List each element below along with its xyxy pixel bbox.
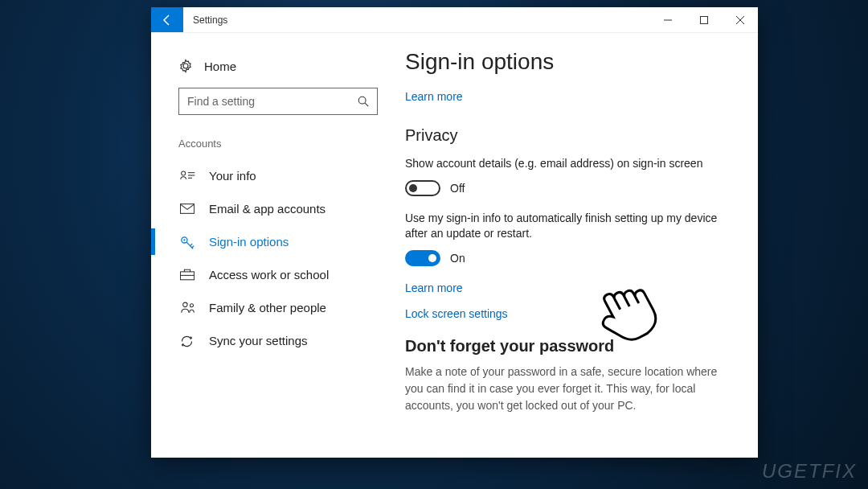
window-controls xyxy=(649,7,758,32)
privacy-setting2-desc: Use my sign-in info to automatically fin… xyxy=(405,211,732,242)
privacy-setting1-toggle[interactable] xyxy=(405,180,440,196)
svg-point-6 xyxy=(182,171,186,175)
sidebar-item-label: Sign-in options xyxy=(209,235,289,249)
mail-icon xyxy=(180,203,194,216)
privacy-setting2-toggle[interactable] xyxy=(405,250,440,266)
privacy-section-title: Privacy xyxy=(405,126,732,145)
people-icon xyxy=(180,302,194,314)
titlebar: Settings xyxy=(151,7,758,33)
svg-line-15 xyxy=(192,245,194,247)
minimize-button[interactable] xyxy=(649,7,686,32)
sidebar-item-label: Access work or school xyxy=(209,268,329,281)
sidebar-item-label: Family & other people xyxy=(209,301,326,314)
search-input[interactable] xyxy=(187,95,358,108)
sidebar-item-email-accounts[interactable]: Email & app accounts xyxy=(178,192,378,225)
close-icon xyxy=(736,16,744,24)
password-section-title: Don't forget your password xyxy=(405,337,732,355)
sidebar-item-label: Sync your settings xyxy=(209,334,308,347)
minimize-icon xyxy=(664,16,672,24)
lock-screen-settings-link[interactable]: Lock screen settings xyxy=(405,307,508,320)
search-icon xyxy=(358,96,369,107)
page-title: Sign-in options xyxy=(405,49,732,75)
sync-icon xyxy=(180,335,194,347)
svg-point-18 xyxy=(183,302,187,306)
gear-icon xyxy=(178,59,193,73)
sidebar-item-label: Email & app accounts xyxy=(209,202,326,216)
learn-more-link-bottom[interactable]: Learn more xyxy=(405,281,463,294)
arrow-left-icon xyxy=(161,14,174,27)
sidebar-item-work-school[interactable]: Access work or school xyxy=(178,258,378,291)
key-icon xyxy=(180,236,194,249)
svg-rect-1 xyxy=(700,16,707,23)
svg-point-19 xyxy=(190,303,194,306)
watermark: UGETFIX xyxy=(762,460,857,483)
privacy-setting2-toggle-row: On xyxy=(405,250,732,266)
maximize-button[interactable] xyxy=(686,7,722,32)
person-card-icon xyxy=(180,170,194,183)
privacy-setting2-state: On xyxy=(450,252,465,265)
content-pane: Sign-in options Learn more Privacy Show … xyxy=(392,33,758,458)
password-section-desc: Make a note of your password in a safe, … xyxy=(405,364,732,414)
back-button[interactable] xyxy=(151,7,183,32)
sidebar-item-signin-options[interactable]: Sign-in options xyxy=(178,225,378,258)
privacy-setting1-toggle-row: Off xyxy=(405,180,732,196)
svg-point-12 xyxy=(183,239,185,240)
settings-window: Settings Home xyxy=(151,7,758,458)
learn-more-link-top[interactable]: Learn more xyxy=(405,90,463,103)
window-title: Settings xyxy=(183,7,237,32)
sidebar-home-label: Home xyxy=(204,60,236,73)
sidebar-item-label: Your info xyxy=(209,169,256,183)
window-body: Home Accounts Your info xyxy=(151,33,758,458)
sidebar-home[interactable]: Home xyxy=(178,47,378,88)
sidebar: Home Accounts Your info xyxy=(151,33,392,458)
briefcase-icon xyxy=(180,269,194,281)
svg-line-14 xyxy=(190,243,193,245)
svg-line-5 xyxy=(365,103,368,106)
search-box[interactable] xyxy=(178,88,378,115)
close-button[interactable] xyxy=(722,7,758,32)
privacy-setting1-state: Off xyxy=(450,182,465,195)
svg-point-4 xyxy=(358,97,366,104)
sidebar-item-sync[interactable]: Sync your settings xyxy=(178,324,378,357)
privacy-setting1-desc: Show account details (e.g. email address… xyxy=(405,156,732,172)
sidebar-group-header: Accounts xyxy=(178,134,378,159)
sidebar-item-family[interactable]: Family & other people xyxy=(178,291,378,324)
maximize-icon xyxy=(700,16,708,24)
svg-line-13 xyxy=(186,242,193,249)
sidebar-item-your-info[interactable]: Your info xyxy=(178,159,378,192)
